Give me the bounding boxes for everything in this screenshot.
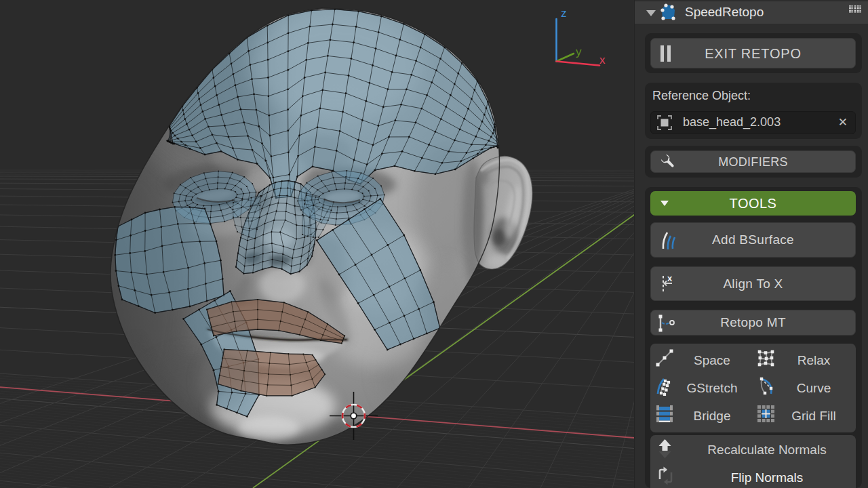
svg-text:z: z [561, 7, 567, 20]
svg-text:y: y [576, 45, 582, 58]
svg-text:x: x [599, 54, 606, 66]
